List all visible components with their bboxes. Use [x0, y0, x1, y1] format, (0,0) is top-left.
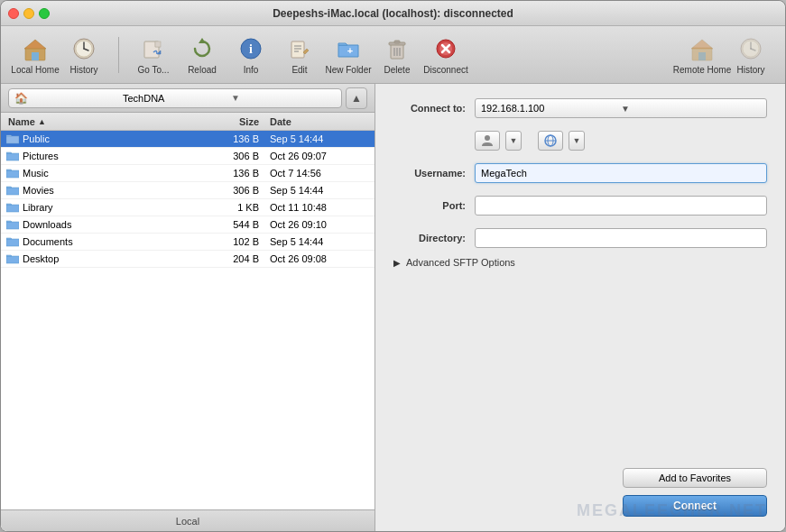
svg-point-34 [485, 135, 490, 141]
table-row[interactable]: Downloads544 BOct 26 09:10 [1, 216, 375, 234]
file-date: Oct 26 09:10 [266, 219, 375, 230]
local-home-icon [21, 34, 50, 63]
file-name: Documents [21, 236, 203, 247]
location-selector[interactable]: 🏠 TechDNA ▼ [8, 88, 342, 108]
window-title: Deepeshs-iMac.local (localhost): disconn… [1, 7, 785, 20]
right-panel: Connect to: 192.168.1.100 ▼ ▼ [375, 84, 785, 531]
delete-icon [383, 34, 411, 63]
history-right-button[interactable]: History [727, 30, 774, 80]
advanced-label[interactable]: Advanced SFTP Options [406, 257, 515, 268]
goto-label: Go To... [138, 65, 170, 75]
table-row[interactable]: Movies306 BSep 5 14:44 [1, 182, 375, 199]
port-input[interactable] [475, 196, 767, 216]
close-button[interactable] [8, 8, 19, 19]
connect-to-arrow: ▼ [621, 104, 761, 114]
history-button[interactable]: History [60, 30, 107, 80]
new-folder-button[interactable]: + New Folder [325, 30, 372, 80]
main-content: 🏠 TechDNA ▼ ▲ Name ▲ Size Date Public136… [1, 84, 785, 531]
svg-rect-8 [155, 41, 161, 47]
info-button[interactable]: i Info [227, 30, 274, 80]
file-name: Movies [21, 185, 203, 196]
new-folder-icon: + [334, 34, 363, 63]
toolbar-right-group: Remote Home History [679, 30, 774, 80]
reload-label: Reload [188, 65, 217, 75]
connect-to-row: Connect to: 192.168.1.100 ▼ [393, 98, 767, 118]
connect-to-value: 192.168.1.100 [481, 103, 621, 114]
file-name: Library [21, 202, 203, 213]
globe-dropdown-arrow[interactable]: ▼ [569, 131, 585, 151]
globe-icon-button[interactable] [538, 131, 563, 151]
goto-button[interactable]: Go To... [130, 30, 177, 80]
file-list: Public136 BSep 5 14:44 Pictures306 BOct … [1, 131, 375, 509]
person-icon-button[interactable] [475, 131, 500, 151]
local-home-button[interactable]: Local Home [12, 30, 59, 80]
up-button[interactable]: ▲ [346, 87, 367, 109]
connect-button[interactable]: Connect [623, 495, 767, 517]
history-right-icon [736, 34, 765, 63]
minimize-button[interactable] [23, 8, 34, 19]
folder-icon [5, 234, 21, 249]
left-panel: 🏠 TechDNA ▼ ▲ Name ▲ Size Date Public136… [1, 84, 375, 531]
username-label: Username: [393, 168, 466, 179]
disconnect-icon [431, 34, 460, 63]
action-buttons: Add to Favorites Connect [393, 450, 767, 517]
connect-to-label: Connect to: [393, 103, 466, 114]
file-name: Pictures [21, 151, 203, 161]
svg-rect-2 [32, 52, 39, 60]
table-row[interactable]: Pictures306 BOct 26 09:07 [1, 148, 375, 165]
disconnect-button[interactable]: Disconnect [422, 30, 469, 80]
file-name: Music [21, 168, 203, 179]
history-right-label: History [736, 65, 764, 75]
history-label: History [69, 65, 97, 75]
file-size: 204 B [203, 253, 266, 264]
table-row[interactable]: Documents102 BSep 5 14:44 [1, 234, 375, 251]
username-input[interactable] [475, 163, 767, 183]
folder-icon [5, 217, 21, 232]
toolbar-sep-1 [118, 37, 119, 73]
panel-header: 🏠 TechDNA ▼ ▲ [1, 84, 375, 113]
directory-row: Directory: [393, 228, 767, 248]
advanced-row: ▶ Advanced SFTP Options [393, 257, 767, 268]
reload-icon [188, 34, 217, 63]
file-size: 306 B [203, 151, 266, 161]
location-arrow: ▼ [231, 93, 336, 103]
remote-home-button[interactable]: Remote Home [679, 30, 726, 80]
file-size: 306 B [203, 185, 266, 196]
maximize-button[interactable] [39, 8, 50, 19]
table-row[interactable]: Public136 BSep 5 14:44 [1, 131, 375, 148]
delete-button[interactable]: Delete [374, 30, 421, 80]
svg-rect-12 [291, 41, 304, 58]
reload-button[interactable]: Reload [179, 30, 226, 80]
toolbar: Local Home History [1, 26, 785, 84]
titlebar: Deepeshs-iMac.local (localhost): disconn… [1, 1, 785, 26]
delete-label: Delete [384, 65, 411, 75]
file-name: Desktop [21, 253, 203, 264]
file-date: Oct 11 10:48 [266, 202, 375, 213]
file-date: Sep 5 14:44 [266, 236, 375, 247]
col-date-header: Date [266, 116, 375, 127]
edit-label: Edit [291, 65, 307, 75]
remote-home-label: Remote Home [673, 65, 731, 75]
svg-marker-1 [24, 40, 46, 49]
traffic-lights[interactable] [8, 8, 50, 19]
file-date: Sep 5 14:44 [266, 133, 375, 144]
add-favorites-button[interactable]: Add to Favorites [623, 468, 767, 488]
history-icon [69, 34, 98, 63]
directory-input[interactable] [475, 228, 767, 248]
port-label: Port: [393, 200, 466, 211]
username-row: Username: [393, 163, 767, 183]
svg-text:+: + [347, 45, 353, 56]
edit-button[interactable]: Edit [276, 30, 323, 80]
info-icon: i [236, 34, 265, 63]
info-label: Info [244, 65, 259, 75]
folder-icon [5, 252, 21, 266]
directory-label: Directory: [393, 233, 466, 243]
file-name: Downloads [21, 219, 203, 230]
col-name-header: Name ▲ [1, 116, 203, 127]
connect-to-dropdown[interactable]: 192.168.1.100 ▼ [475, 98, 767, 118]
table-row[interactable]: Music136 BOct 7 14:56 [1, 165, 375, 182]
toolbar-left-group: Local Home History [12, 30, 107, 80]
person-dropdown-arrow[interactable]: ▼ [505, 131, 522, 151]
table-row[interactable]: Library1 KBOct 11 10:48 [1, 199, 375, 216]
table-row[interactable]: Desktop204 BOct 26 09:08 [1, 251, 375, 268]
